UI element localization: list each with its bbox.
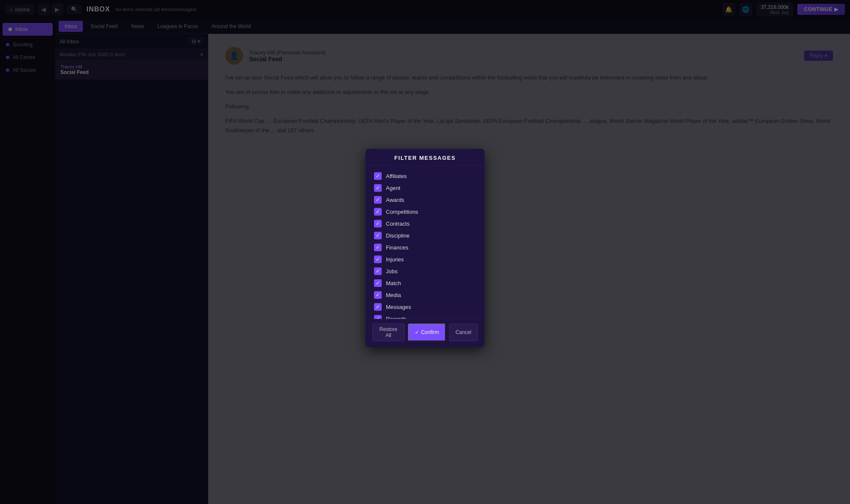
filter-checkbox-8: ✓ bbox=[374, 267, 382, 275]
filter-label-2: Awards bbox=[386, 197, 404, 203]
filter-checkbox-12: ✓ bbox=[374, 315, 382, 319]
filter-label-1: Agent bbox=[386, 185, 400, 191]
filter-item[interactable]: ✓ Affiliates bbox=[374, 170, 476, 182]
check-icon-8: ✓ bbox=[376, 268, 380, 274]
filter-checkbox-4: ✓ bbox=[374, 220, 382, 227]
check-icon-5: ✓ bbox=[376, 232, 380, 238]
filter-item[interactable]: ✓ Awards bbox=[374, 194, 476, 206]
check-icon-9: ✓ bbox=[376, 280, 380, 286]
filter-label-9: Match bbox=[386, 280, 401, 286]
filter-item[interactable]: ✓ Injuries bbox=[374, 253, 476, 265]
check-icon-10: ✓ bbox=[376, 292, 380, 298]
filter-item[interactable]: ✓ Competitions bbox=[374, 206, 476, 218]
cancel-button[interactable]: Cancel bbox=[449, 323, 478, 341]
filter-checkbox-11: ✓ bbox=[374, 303, 382, 311]
filter-item[interactable]: ✓ Media bbox=[374, 289, 476, 301]
filter-checkbox-7: ✓ bbox=[374, 255, 382, 263]
check-icon-3: ✓ bbox=[376, 209, 380, 215]
check-icon-4: ✓ bbox=[376, 221, 380, 227]
filter-footer: Restore All ✓ Confirm Cancel bbox=[366, 319, 484, 347]
filter-checkbox-5: ✓ bbox=[374, 232, 382, 239]
filter-label-8: Jobs bbox=[386, 268, 397, 275]
check-icon-11: ✓ bbox=[376, 304, 380, 310]
filter-item[interactable]: ✓ Jobs bbox=[374, 265, 476, 277]
filter-label-10: Media bbox=[386, 292, 401, 298]
filter-item[interactable]: ✓ Contracts bbox=[374, 218, 476, 229]
filter-label-11: Messages bbox=[386, 304, 411, 310]
check-icon-7: ✓ bbox=[376, 256, 380, 262]
filter-label-5: Discipline bbox=[386, 232, 410, 239]
filter-checkbox-1: ✓ bbox=[374, 184, 382, 192]
check-icon-2: ✓ bbox=[376, 197, 380, 203]
filter-label-12: Records bbox=[386, 316, 406, 319]
filter-label-3: Competitions bbox=[386, 209, 418, 215]
filter-checkbox-3: ✓ bbox=[374, 208, 382, 215]
filter-checkbox-6: ✓ bbox=[374, 244, 382, 251]
filter-label-4: Contracts bbox=[386, 221, 410, 227]
filter-checkbox-10: ✓ bbox=[374, 291, 382, 299]
filter-item[interactable]: ✓ Match bbox=[374, 277, 476, 289]
filter-checkbox-9: ✓ bbox=[374, 279, 382, 287]
filter-list: ✓ Affiliates ✓ Agent ✓ Awards ✓ Competit… bbox=[366, 166, 484, 319]
confirm-button[interactable]: ✓ Confirm bbox=[408, 323, 446, 341]
filter-item[interactable]: ✓ Agent bbox=[374, 182, 476, 194]
filter-item[interactable]: ✓ Discipline bbox=[374, 229, 476, 241]
confirm-check-icon: ✓ bbox=[415, 329, 419, 335]
check-icon-12: ✓ bbox=[376, 316, 380, 319]
confirm-label: Confirm bbox=[421, 329, 439, 335]
filter-checkbox-2: ✓ bbox=[374, 196, 382, 204]
filter-dialog: FILTER MESSAGES ✓ Affiliates ✓ Agent ✓ A… bbox=[366, 149, 484, 347]
filter-label-7: Injuries bbox=[386, 256, 404, 263]
check-icon-1: ✓ bbox=[376, 185, 380, 191]
check-icon-6: ✓ bbox=[376, 244, 380, 250]
check-icon-0: ✓ bbox=[376, 173, 380, 179]
filter-item[interactable]: ✓ Finances bbox=[374, 241, 476, 253]
filter-label-6: Finances bbox=[386, 244, 408, 251]
filter-label-0: Affiliates bbox=[386, 173, 407, 179]
filter-item[interactable]: ✓ Messages bbox=[374, 301, 476, 313]
filter-dialog-title: FILTER MESSAGES bbox=[366, 149, 484, 166]
restore-all-button[interactable]: Restore All bbox=[372, 323, 405, 341]
filter-checkbox-0: ✓ bbox=[374, 172, 382, 180]
filter-item[interactable]: ✓ Records bbox=[374, 313, 476, 319]
